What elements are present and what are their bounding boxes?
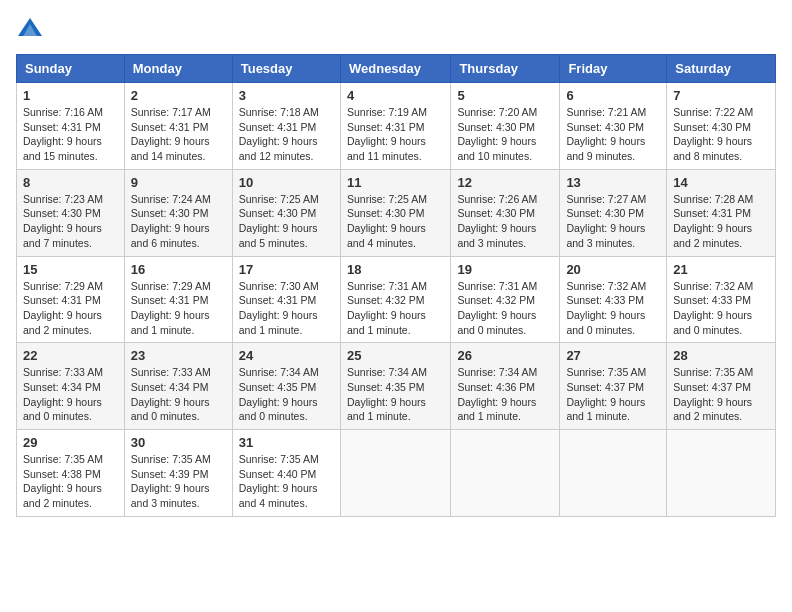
col-wednesday: Wednesday bbox=[340, 55, 450, 83]
table-row: 15Sunrise: 7:29 AM Sunset: 4:31 PM Dayli… bbox=[17, 256, 125, 343]
day-number: 16 bbox=[131, 262, 226, 277]
day-number: 27 bbox=[566, 348, 660, 363]
table-row: 31Sunrise: 7:35 AM Sunset: 4:40 PM Dayli… bbox=[232, 430, 340, 517]
table-row: 8Sunrise: 7:23 AM Sunset: 4:30 PM Daylig… bbox=[17, 169, 125, 256]
day-info: Sunrise: 7:19 AM Sunset: 4:31 PM Dayligh… bbox=[347, 105, 444, 164]
day-number: 11 bbox=[347, 175, 444, 190]
logo-icon bbox=[16, 16, 44, 44]
col-saturday: Saturday bbox=[667, 55, 776, 83]
day-info: Sunrise: 7:25 AM Sunset: 4:30 PM Dayligh… bbox=[347, 192, 444, 251]
table-row: 16Sunrise: 7:29 AM Sunset: 4:31 PM Dayli… bbox=[124, 256, 232, 343]
day-number: 30 bbox=[131, 435, 226, 450]
day-number: 7 bbox=[673, 88, 769, 103]
table-row: 9Sunrise: 7:24 AM Sunset: 4:30 PM Daylig… bbox=[124, 169, 232, 256]
logo bbox=[16, 16, 46, 44]
table-row bbox=[451, 430, 560, 517]
table-row: 30Sunrise: 7:35 AM Sunset: 4:39 PM Dayli… bbox=[124, 430, 232, 517]
table-row: 13Sunrise: 7:27 AM Sunset: 4:30 PM Dayli… bbox=[560, 169, 667, 256]
day-info: Sunrise: 7:33 AM Sunset: 4:34 PM Dayligh… bbox=[23, 365, 118, 424]
day-info: Sunrise: 7:30 AM Sunset: 4:31 PM Dayligh… bbox=[239, 279, 334, 338]
table-row: 25Sunrise: 7:34 AM Sunset: 4:35 PM Dayli… bbox=[340, 343, 450, 430]
day-info: Sunrise: 7:29 AM Sunset: 4:31 PM Dayligh… bbox=[131, 279, 226, 338]
col-thursday: Thursday bbox=[451, 55, 560, 83]
day-number: 29 bbox=[23, 435, 118, 450]
col-monday: Monday bbox=[124, 55, 232, 83]
day-number: 4 bbox=[347, 88, 444, 103]
table-row: 29Sunrise: 7:35 AM Sunset: 4:38 PM Dayli… bbox=[17, 430, 125, 517]
day-number: 31 bbox=[239, 435, 334, 450]
day-number: 26 bbox=[457, 348, 553, 363]
day-info: Sunrise: 7:18 AM Sunset: 4:31 PM Dayligh… bbox=[239, 105, 334, 164]
day-info: Sunrise: 7:33 AM Sunset: 4:34 PM Dayligh… bbox=[131, 365, 226, 424]
day-info: Sunrise: 7:27 AM Sunset: 4:30 PM Dayligh… bbox=[566, 192, 660, 251]
day-number: 19 bbox=[457, 262, 553, 277]
table-row: 22Sunrise: 7:33 AM Sunset: 4:34 PM Dayli… bbox=[17, 343, 125, 430]
table-row: 6Sunrise: 7:21 AM Sunset: 4:30 PM Daylig… bbox=[560, 83, 667, 170]
table-row: 7Sunrise: 7:22 AM Sunset: 4:30 PM Daylig… bbox=[667, 83, 776, 170]
day-number: 15 bbox=[23, 262, 118, 277]
calendar-week-row: 22Sunrise: 7:33 AM Sunset: 4:34 PM Dayli… bbox=[17, 343, 776, 430]
table-row: 21Sunrise: 7:32 AM Sunset: 4:33 PM Dayli… bbox=[667, 256, 776, 343]
calendar-week-row: 8Sunrise: 7:23 AM Sunset: 4:30 PM Daylig… bbox=[17, 169, 776, 256]
calendar-week-row: 15Sunrise: 7:29 AM Sunset: 4:31 PM Dayli… bbox=[17, 256, 776, 343]
table-row: 10Sunrise: 7:25 AM Sunset: 4:30 PM Dayli… bbox=[232, 169, 340, 256]
day-info: Sunrise: 7:34 AM Sunset: 4:36 PM Dayligh… bbox=[457, 365, 553, 424]
day-info: Sunrise: 7:35 AM Sunset: 4:40 PM Dayligh… bbox=[239, 452, 334, 511]
day-number: 24 bbox=[239, 348, 334, 363]
day-info: Sunrise: 7:28 AM Sunset: 4:31 PM Dayligh… bbox=[673, 192, 769, 251]
day-info: Sunrise: 7:34 AM Sunset: 4:35 PM Dayligh… bbox=[347, 365, 444, 424]
table-row: 5Sunrise: 7:20 AM Sunset: 4:30 PM Daylig… bbox=[451, 83, 560, 170]
table-row: 2Sunrise: 7:17 AM Sunset: 4:31 PM Daylig… bbox=[124, 83, 232, 170]
day-info: Sunrise: 7:35 AM Sunset: 4:37 PM Dayligh… bbox=[673, 365, 769, 424]
day-number: 21 bbox=[673, 262, 769, 277]
table-row: 14Sunrise: 7:28 AM Sunset: 4:31 PM Dayli… bbox=[667, 169, 776, 256]
day-number: 3 bbox=[239, 88, 334, 103]
day-number: 18 bbox=[347, 262, 444, 277]
day-info: Sunrise: 7:31 AM Sunset: 4:32 PM Dayligh… bbox=[457, 279, 553, 338]
calendar-table: Sunday Monday Tuesday Wednesday Thursday… bbox=[16, 54, 776, 517]
day-number: 9 bbox=[131, 175, 226, 190]
day-info: Sunrise: 7:25 AM Sunset: 4:30 PM Dayligh… bbox=[239, 192, 334, 251]
day-info: Sunrise: 7:16 AM Sunset: 4:31 PM Dayligh… bbox=[23, 105, 118, 164]
table-row bbox=[667, 430, 776, 517]
col-sunday: Sunday bbox=[17, 55, 125, 83]
table-row: 28Sunrise: 7:35 AM Sunset: 4:37 PM Dayli… bbox=[667, 343, 776, 430]
day-number: 2 bbox=[131, 88, 226, 103]
day-info: Sunrise: 7:31 AM Sunset: 4:32 PM Dayligh… bbox=[347, 279, 444, 338]
day-info: Sunrise: 7:35 AM Sunset: 4:38 PM Dayligh… bbox=[23, 452, 118, 511]
day-info: Sunrise: 7:22 AM Sunset: 4:30 PM Dayligh… bbox=[673, 105, 769, 164]
col-tuesday: Tuesday bbox=[232, 55, 340, 83]
col-friday: Friday bbox=[560, 55, 667, 83]
day-number: 1 bbox=[23, 88, 118, 103]
day-number: 23 bbox=[131, 348, 226, 363]
table-row: 11Sunrise: 7:25 AM Sunset: 4:30 PM Dayli… bbox=[340, 169, 450, 256]
day-number: 20 bbox=[566, 262, 660, 277]
day-info: Sunrise: 7:35 AM Sunset: 4:39 PM Dayligh… bbox=[131, 452, 226, 511]
table-row: 18Sunrise: 7:31 AM Sunset: 4:32 PM Dayli… bbox=[340, 256, 450, 343]
day-info: Sunrise: 7:32 AM Sunset: 4:33 PM Dayligh… bbox=[673, 279, 769, 338]
day-info: Sunrise: 7:26 AM Sunset: 4:30 PM Dayligh… bbox=[457, 192, 553, 251]
day-number: 8 bbox=[23, 175, 118, 190]
day-info: Sunrise: 7:24 AM Sunset: 4:30 PM Dayligh… bbox=[131, 192, 226, 251]
day-number: 14 bbox=[673, 175, 769, 190]
day-number: 17 bbox=[239, 262, 334, 277]
table-row: 1Sunrise: 7:16 AM Sunset: 4:31 PM Daylig… bbox=[17, 83, 125, 170]
table-row: 20Sunrise: 7:32 AM Sunset: 4:33 PM Dayli… bbox=[560, 256, 667, 343]
day-number: 6 bbox=[566, 88, 660, 103]
table-row: 19Sunrise: 7:31 AM Sunset: 4:32 PM Dayli… bbox=[451, 256, 560, 343]
day-info: Sunrise: 7:32 AM Sunset: 4:33 PM Dayligh… bbox=[566, 279, 660, 338]
day-info: Sunrise: 7:35 AM Sunset: 4:37 PM Dayligh… bbox=[566, 365, 660, 424]
day-number: 22 bbox=[23, 348, 118, 363]
table-row: 24Sunrise: 7:34 AM Sunset: 4:35 PM Dayli… bbox=[232, 343, 340, 430]
table-row bbox=[560, 430, 667, 517]
table-row: 27Sunrise: 7:35 AM Sunset: 4:37 PM Dayli… bbox=[560, 343, 667, 430]
day-number: 10 bbox=[239, 175, 334, 190]
table-row: 23Sunrise: 7:33 AM Sunset: 4:34 PM Dayli… bbox=[124, 343, 232, 430]
day-number: 13 bbox=[566, 175, 660, 190]
day-info: Sunrise: 7:17 AM Sunset: 4:31 PM Dayligh… bbox=[131, 105, 226, 164]
day-info: Sunrise: 7:20 AM Sunset: 4:30 PM Dayligh… bbox=[457, 105, 553, 164]
day-info: Sunrise: 7:34 AM Sunset: 4:35 PM Dayligh… bbox=[239, 365, 334, 424]
day-info: Sunrise: 7:29 AM Sunset: 4:31 PM Dayligh… bbox=[23, 279, 118, 338]
calendar-week-row: 1Sunrise: 7:16 AM Sunset: 4:31 PM Daylig… bbox=[17, 83, 776, 170]
table-row: 26Sunrise: 7:34 AM Sunset: 4:36 PM Dayli… bbox=[451, 343, 560, 430]
